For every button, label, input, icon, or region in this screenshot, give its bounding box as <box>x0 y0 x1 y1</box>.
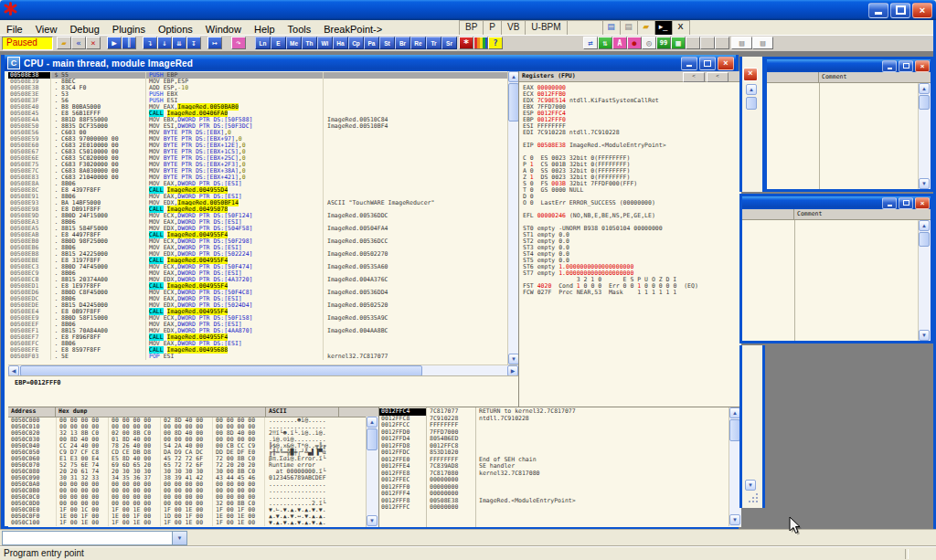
disasm-row[interactable]: 00508E83.C683 21040000 00MOV BYTE PTR DS… <box>8 174 507 181</box>
disasm-row[interactable]: 00508E38$55PUSH EBP <box>8 72 507 79</box>
stack-comment[interactable] <box>474 422 729 429</box>
disasm-bytes[interactable]: 53 <box>61 91 145 98</box>
comment-window-titlebar[interactable]: × <box>767 59 931 72</box>
scroll-up-icon[interactable]: ▲ <box>919 83 930 94</box>
folder-icon[interactable]: ▰ <box>638 21 655 35</box>
disasm-row[interactable]: 00508E9D.8B0D 24F15000MOV ECX,DWORD PTR … <box>8 213 507 219</box>
toolbar-letter-ln[interactable]: Ln <box>255 37 271 49</box>
disasm-comment[interactable]: ImageRed.00510BF4 <box>323 123 507 130</box>
toolbar-letter-sr[interactable]: Sr <box>441 37 457 49</box>
scroll-down-icon[interactable]: ▼ <box>919 330 930 341</box>
stack-pane[interactable]: 0012FFC47C817077RETURN to kernel32.7C817… <box>378 407 741 527</box>
disasm-vscrollbar[interactable]: ▲ ▼ <box>507 71 518 365</box>
token[interactable]: EDI 7C910228 ntdll.7C910228 <box>523 129 620 136</box>
toolbar-letter-re[interactable]: Re <box>410 37 426 49</box>
registers-pane[interactable]: Registers (FPU) < < EAX 00000000ECX 0012… <box>518 71 741 407</box>
scroll-up-icon[interactable]: ▲ <box>746 84 757 95</box>
disasm-comment[interactable]: kernel32.7C817077 <box>323 354 507 360</box>
toolbar-letter-me[interactable]: Me <box>286 37 302 49</box>
disasm-comment[interactable]: ImageRed.00502520 <box>323 302 507 309</box>
dump-pane[interactable]: Address Hex dump ASCII 0050C00000 00 00 … <box>8 407 378 527</box>
token[interactable]: EIP <box>523 142 537 149</box>
fragment-scroll-thumb[interactable] <box>746 97 757 110</box>
register-line[interactable]: T 0 GS 0000 NULL <box>523 187 741 194</box>
minimize-button[interactable] <box>868 3 888 18</box>
stack-comment[interactable] <box>474 484 729 491</box>
token[interactable]: 00000246 <box>537 212 566 219</box>
disasm-comment[interactable]: ImageRed.00536DCC <box>323 238 507 245</box>
menu-item-debug[interactable]: Debug <box>63 23 105 35</box>
plugin-button-p[interactable]: P <box>484 21 502 35</box>
registers-collapse-icon[interactable]: < <box>683 72 705 82</box>
token[interactable]: FCW 027F Prec NEAR,53 Mask 1 1 1 1 1 1 <box>523 289 676 296</box>
toolbar-letter-th[interactable]: Th <box>302 37 317 49</box>
command-input[interactable] <box>3 532 172 544</box>
step-into-icon[interactable]: ↴ <box>143 37 157 49</box>
maximize-button[interactable] <box>899 60 913 72</box>
empty-button[interactable] <box>700 37 715 49</box>
scroll-up-icon[interactable]: ▲ <box>508 71 518 82</box>
disasm-comment[interactable] <box>323 72 507 79</box>
menu-item-help[interactable]: Help <box>248 23 282 35</box>
run-icon[interactable]: ▶ <box>107 37 122 49</box>
disasm-comment[interactable] <box>323 104 507 111</box>
token[interactable]: 0 <box>242 174 246 181</box>
token[interactable]: O 0 LastErr ERROR_SUCCESS (00000000) <box>523 199 655 206</box>
disasm-address[interactable]: 00508F03 <box>8 354 50 360</box>
window-vscrollbar[interactable]: ▲ ▼ <box>918 220 931 341</box>
scroll-down-icon[interactable]: ▼ <box>508 354 518 365</box>
disasm-row[interactable]: 00508EB0.8B0D 98F25000MOV ECX,DWORD PTR … <box>8 238 507 245</box>
toolbar-letter-pa[interactable]: Pa <box>364 37 379 49</box>
disasm-comment[interactable]: ImageRed.00536DDC <box>323 213 507 219</box>
cpu-window-titlebar[interactable]: C CPU - main thread, module ImageRed × <box>5 55 736 71</box>
register-line[interactable]: EIP 00508E38 ImageRed.<ModuleEntryPoint> <box>523 143 741 149</box>
token[interactable]: POP <box>149 353 160 360</box>
log-list-icon[interactable]: ▤ <box>731 37 752 49</box>
stack-comment[interactable]: ImageRed.<ModuleEntryPoint> <box>474 498 729 505</box>
disasm-bytes[interactable]: 83C4 F0 <box>61 85 145 91</box>
disasm-row[interactable]: 00508EC3.8B0D 74F45000MOV ECX,DWORD PTR … <box>8 264 507 270</box>
dump-hex-group[interactable]: 1F 00 1E 00 <box>160 520 212 526</box>
disasm-comment[interactable] <box>323 181 507 187</box>
scroll-down-icon[interactable]: ▼ <box>745 480 756 491</box>
cpu-close-button[interactable]: × <box>718 57 734 70</box>
open-file-icon[interactable]: ▰ <box>57 37 71 49</box>
stack-value[interactable]: 00000000 <box>426 504 474 512</box>
stack-comment[interactable] <box>474 504 729 512</box>
disasm-comment[interactable]: ImageRed.004A376C <box>323 277 507 283</box>
scroll-up-icon[interactable]: ▲ <box>367 417 378 428</box>
register-line[interactable]: EFL 00000246 (NO,NB,E,BE,NS,PE,GE,LE) <box>523 213 741 219</box>
empty-button[interactable] <box>715 37 729 49</box>
scroll-down-icon[interactable]: ▼ <box>367 515 378 526</box>
dump-hex-group[interactable]: 1F 00 1E 00 <box>212 520 264 526</box>
scroll-down-icon[interactable]: ▼ <box>919 178 930 189</box>
stack-comment[interactable] <box>474 436 729 443</box>
plugin-button-vb[interactable]: VB <box>502 21 526 35</box>
register-line[interactable]: FCW 027F Prec NEAR,53 Mask 1 1 1 1 1 1 <box>523 290 741 296</box>
restart-icon[interactable]: « <box>71 37 86 49</box>
disasm-comment[interactable] <box>323 136 507 143</box>
stack-comment[interactable] <box>474 429 729 437</box>
menu-item-file[interactable]: File <box>0 23 29 35</box>
disasm-comment[interactable] <box>323 341 507 347</box>
disasm-row[interactable]: 00508EF7.E8 F896F8FFCALL ImageRed.004955… <box>8 334 507 341</box>
empty-button[interactable] <box>686 37 700 49</box>
dump-hex-group[interactable]: 1F 00 1E 00 <box>56 520 108 526</box>
console-icon[interactable]: ▸_ <box>655 21 673 35</box>
register-line[interactable]: O 0 LastErr ERROR_SUCCESS (00000000) <box>523 200 741 206</box>
main-titlebar[interactable]: × <box>0 0 936 20</box>
toolbar-letter-tr[interactable]: Tr <box>426 37 441 49</box>
cpu-minimize-button[interactable] <box>681 57 697 70</box>
token[interactable]: ESI <box>160 353 175 360</box>
restore-button[interactable] <box>890 3 910 18</box>
notes-icon[interactable]: ▤ <box>603 21 621 35</box>
close-program-icon[interactable]: × <box>86 37 101 49</box>
close-button[interactable]: × <box>915 197 930 209</box>
token[interactable]: (NO,NB,E,BE,NS,PE,GE,LE) <box>566 212 655 219</box>
document-icon[interactable]: ▤ <box>621 21 638 35</box>
window-grid-icon[interactable]: ▦ <box>671 37 686 49</box>
menu-item-window[interactable]: Window <box>199 23 248 35</box>
disasm-comment[interactable]: ASCII "TouchWARE ImageReducer" <box>323 200 507 206</box>
menu-item-options[interactable]: Options <box>152 23 199 35</box>
chevron-down-icon[interactable]: ▼ <box>172 532 186 544</box>
